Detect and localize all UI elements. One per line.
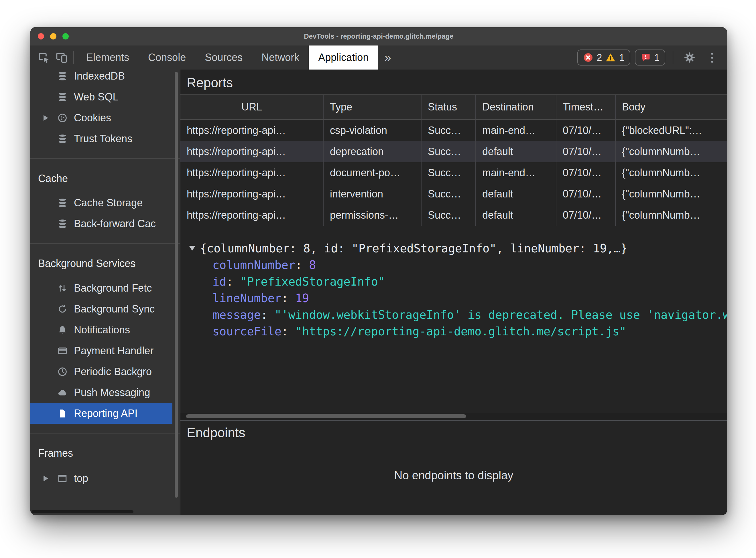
tab-elements[interactable]: Elements bbox=[77, 46, 139, 70]
warning-icon bbox=[605, 52, 616, 63]
report-row[interactable]: https://reporting-api… csp-violation Suc… bbox=[180, 120, 727, 141]
sidebar-item-top-frame[interactable]: top bbox=[30, 468, 180, 489]
sidebar-item-back-forward-cache[interactable]: Back-forward Cac bbox=[30, 213, 180, 234]
detail-property-row: sourceFile: "https://reporting-api-demo.… bbox=[180, 323, 727, 340]
report-destination-cell: default bbox=[476, 183, 556, 205]
report-body-cell: {"blockedURL":… bbox=[616, 120, 727, 141]
column-header-timestamp[interactable]: Timest… bbox=[556, 95, 616, 119]
issues-count: 1 bbox=[654, 52, 659, 63]
detail-property-row: message: "'window.webkitStorageInfo' is … bbox=[180, 306, 727, 323]
report-body-detail: {columnNumber: 8, id: "PrefixedStorageIn… bbox=[180, 226, 727, 413]
expand-arrow-icon[interactable] bbox=[44, 115, 48, 121]
column-header-type[interactable]: Type bbox=[324, 95, 421, 119]
report-url-cell: https://reporting-api… bbox=[180, 162, 324, 183]
toolbar-divider bbox=[73, 51, 74, 64]
reports-table-header: URL Type Status Destination Timest… Body bbox=[180, 95, 727, 120]
sidebar-horizontal-scrollbar[interactable] bbox=[31, 510, 133, 513]
endpoints-section-title: Endpoints bbox=[180, 421, 727, 445]
sidebar-item-payment-handler[interactable]: Payment Handler bbox=[30, 340, 180, 361]
sidebar-item-web-sql[interactable]: Web SQL bbox=[30, 86, 180, 107]
report-type-cell: deprecation bbox=[324, 141, 421, 162]
sidebar-item-cookies[interactable]: Cookies bbox=[30, 107, 180, 128]
reporting-api-view: Reports URL Type Status Destination Time… bbox=[180, 70, 727, 515]
sidebar-item-cache-storage[interactable]: Cache Storage bbox=[30, 192, 180, 213]
inspect-icon bbox=[38, 51, 50, 64]
expand-arrow-icon[interactable] bbox=[44, 476, 48, 481]
column-header-body[interactable]: Body bbox=[616, 95, 727, 119]
column-header-destination[interactable]: Destination bbox=[476, 95, 556, 119]
report-timestamp-cell: 07/10/… bbox=[556, 183, 616, 205]
sidebar-divider bbox=[30, 158, 180, 159]
report-timestamp-cell: 07/10/… bbox=[556, 141, 616, 162]
device-toolbar-button[interactable] bbox=[53, 49, 70, 67]
close-window-button[interactable] bbox=[38, 33, 44, 40]
reports-table: URL Type Status Destination Timest… Body… bbox=[180, 95, 727, 226]
minimize-window-button[interactable] bbox=[50, 33, 56, 40]
frame-icon bbox=[57, 473, 68, 484]
settings-button[interactable] bbox=[681, 49, 699, 67]
sidebar-divider bbox=[30, 433, 180, 433]
report-destination-cell: main-end… bbox=[476, 162, 556, 183]
zoom-window-button[interactable] bbox=[63, 33, 69, 40]
scrollbar-thumb[interactable] bbox=[186, 414, 466, 418]
tab-application[interactable]: Application bbox=[309, 46, 378, 70]
sidebar-vertical-scrollbar[interactable] bbox=[175, 72, 178, 498]
issues-icon bbox=[641, 52, 651, 63]
background-sync-icon bbox=[57, 304, 68, 314]
clock-icon bbox=[57, 366, 68, 377]
report-row[interactable]: https://reporting-api… permissions-… Suc… bbox=[180, 205, 727, 226]
payment-card-icon bbox=[57, 346, 68, 356]
report-url-cell: https://reporting-api… bbox=[180, 205, 324, 226]
console-status-badge[interactable]: 2 1 bbox=[577, 50, 630, 66]
tab-sources[interactable]: Sources bbox=[195, 46, 252, 70]
sidebar-group-cache: Cache bbox=[30, 168, 180, 189]
kebab-menu-icon bbox=[711, 53, 713, 63]
report-body-cell: {"columnNumb… bbox=[616, 183, 727, 205]
reports-section-title: Reports bbox=[180, 70, 727, 95]
more-tabs-button[interactable]: » bbox=[378, 46, 397, 70]
warning-count: 1 bbox=[619, 52, 624, 63]
background-fetch-icon bbox=[57, 283, 68, 293]
endpoints-section: Endpoints No endpoints to display bbox=[180, 421, 727, 515]
issues-badge[interactable]: 1 bbox=[635, 50, 665, 66]
bell-icon bbox=[57, 325, 68, 335]
column-header-status[interactable]: Status bbox=[421, 95, 476, 119]
sidebar-group-frames: Frames bbox=[30, 443, 180, 463]
detail-property-row: lineNumber: 19 bbox=[180, 290, 727, 306]
report-timestamp-cell: 07/10/… bbox=[556, 120, 616, 141]
database-icon bbox=[57, 134, 68, 144]
sidebar-item-background-sync[interactable]: Background Sync bbox=[30, 299, 180, 319]
column-header-url[interactable]: URL bbox=[180, 95, 324, 119]
devtools-toolbar: Elements Console Sources Network Applica… bbox=[30, 46, 727, 70]
gear-icon bbox=[684, 51, 696, 64]
more-options-button[interactable] bbox=[703, 49, 721, 67]
tab-console[interactable]: Console bbox=[139, 46, 195, 70]
sidebar-item-notifications[interactable]: Notifications bbox=[30, 319, 180, 340]
report-timestamp-cell: 07/10/… bbox=[556, 205, 616, 226]
error-count: 2 bbox=[597, 52, 602, 63]
report-row[interactable]: https://reporting-api… intervention Succ… bbox=[180, 183, 727, 205]
tab-network[interactable]: Network bbox=[252, 46, 309, 70]
report-status-cell: Succ… bbox=[421, 183, 476, 205]
sidebar-item-trust-tokens[interactable]: Trust Tokens bbox=[30, 128, 180, 149]
sidebar-item-periodic-background-sync[interactable]: Periodic Backgro bbox=[30, 361, 180, 382]
device-toolbar-icon bbox=[55, 51, 68, 64]
sidebar-item-indexeddb[interactable]: IndexedDB bbox=[30, 70, 180, 86]
sidebar-item-background-fetch[interactable]: Background Fetc bbox=[30, 278, 180, 299]
report-url-cell: https://reporting-api… bbox=[180, 120, 324, 141]
inspect-element-button[interactable] bbox=[35, 49, 53, 67]
reports-horizontal-scrollbar[interactable] bbox=[180, 413, 727, 421]
collapse-toggle-icon[interactable] bbox=[189, 246, 195, 251]
report-destination-cell: main-end… bbox=[476, 120, 556, 141]
application-panel: IndexedDB Web SQL Cookies Trust Tokens bbox=[30, 70, 727, 515]
toolbar-divider bbox=[673, 51, 673, 64]
report-row-selected[interactable]: https://reporting-api… deprecation Succ…… bbox=[180, 141, 727, 162]
report-destination-cell: default bbox=[476, 141, 556, 162]
report-destination-cell: default bbox=[476, 205, 556, 226]
sidebar-item-reporting-api[interactable]: Reporting API bbox=[30, 403, 172, 424]
sidebar-item-push-messaging[interactable]: Push Messaging bbox=[30, 382, 180, 403]
report-row[interactable]: https://reporting-api… document-po… Succ… bbox=[180, 162, 727, 183]
toolbar-left-tools bbox=[30, 46, 77, 70]
detail-property-row: id: "PrefixedStorageInfo" bbox=[180, 273, 727, 290]
report-status-cell: Succ… bbox=[421, 162, 476, 183]
